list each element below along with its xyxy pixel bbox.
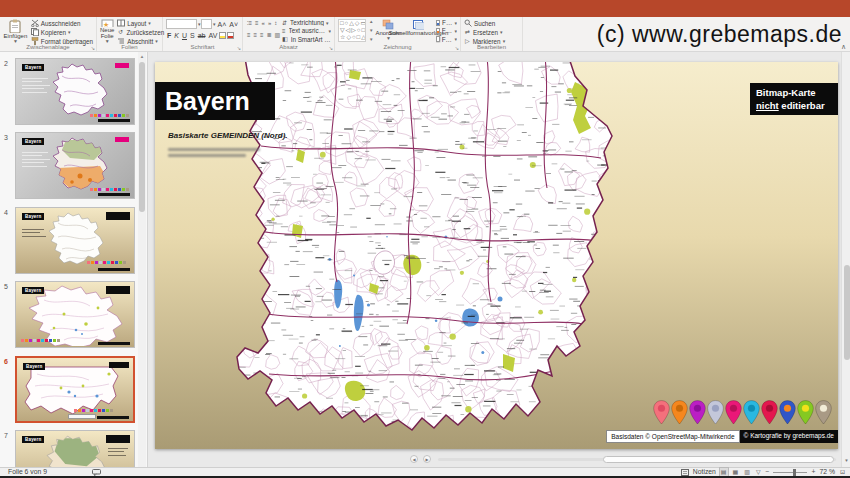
fit-to-window-button[interactable]: ⊡: [839, 468, 846, 476]
font-color-button[interactable]: [227, 32, 234, 39]
copy-icon: [31, 28, 39, 36]
thumb-badge: [115, 63, 129, 68]
italic-button[interactable]: K: [173, 31, 180, 40]
paste-button[interactable]: Einfügen ▼: [3, 19, 28, 43]
scroll-down-icon[interactable]: ▼: [842, 456, 850, 466]
font-name-input[interactable]: [166, 19, 197, 29]
shrink-font-button[interactable]: A˅: [228, 20, 239, 29]
scrollbar-thumb[interactable]: [844, 265, 850, 360]
slide-number: 5: [4, 283, 8, 290]
underline-button[interactable]: U: [181, 31, 188, 40]
normal-view-button[interactable]: ▤: [720, 468, 728, 476]
scroll-up-icon[interactable]: ▲: [138, 52, 146, 61]
shape-outline-button[interactable]: Formkontur▾: [436, 27, 457, 34]
ribbon-group-paragraph: ∶≡ ≡ « » ↕ ≡ ≡ ≡ ≣ ▥ ⇵ Textrichtung▾: [243, 17, 335, 51]
bold-button[interactable]: F: [166, 31, 172, 40]
shadow-button[interactable]: S: [189, 31, 196, 40]
shape-fill-button[interactable]: Fülleffekt▾: [436, 19, 457, 26]
align-left-icon[interactable]: ≡: [246, 31, 252, 39]
shape-effects-button[interactable]: Formeffekte▾: [436, 36, 457, 43]
indent-increase-icon[interactable]: »: [267, 19, 272, 27]
ribbon-group-drawing: □○△◇▭▽◁▷○□☆◇○□△ ▲▼▼ Anordnen ▼ Schnellfo…: [335, 17, 461, 51]
text-direction-button[interactable]: ⇵ Textrichtung▾: [281, 19, 331, 26]
zoom-slider-thumb[interactable]: [793, 469, 796, 476]
horizontal-scrollbar[interactable]: ◀ ▶: [148, 455, 840, 464]
thumb-color-dots: [21, 339, 60, 342]
line-spacing-icon[interactable]: ↕: [273, 19, 278, 27]
scrollbar-thumb[interactable]: [139, 62, 145, 212]
align-right-icon[interactable]: ≡: [259, 31, 265, 39]
reset-button[interactable]: ↺ Zurücksetzen: [117, 28, 164, 36]
gallery-scroll-arrows[interactable]: ▲▼▼: [369, 19, 373, 42]
numbering-icon[interactable]: ≡: [254, 19, 260, 27]
map-pin-icon: [725, 399, 742, 430]
char-spacing-button[interactable]: AV: [207, 31, 218, 40]
collapse-ribbon-icon[interactable]: ∧: [841, 43, 846, 50]
map-pin-icon: [797, 399, 814, 430]
scroll-left-icon[interactable]: ◀: [410, 455, 418, 463]
slideshow-button[interactable]: ▽: [755, 468, 762, 476]
map-pin-icon: [761, 399, 778, 430]
thumb-color-dots: [90, 188, 129, 191]
workspace: 2 Bayern 3: [0, 52, 850, 467]
map-attribution: Basisdaten © OpenStreetMap-Mitwirkende ©…: [606, 430, 838, 443]
cut-button[interactable]: Ausschneiden: [31, 19, 93, 27]
scroll-right-icon[interactable]: ▶: [423, 455, 431, 463]
thumb-color-dots: [74, 409, 113, 412]
reading-view-button[interactable]: ▥: [743, 468, 751, 476]
zoom-in-button[interactable]: +: [811, 468, 815, 476]
indent-decrease-icon[interactable]: «: [261, 19, 266, 27]
thumb-title: Bayern: [22, 287, 44, 294]
dialog-launcher-icon[interactable]: ↘: [329, 45, 333, 51]
zoom-slider[interactable]: [773, 472, 807, 473]
replace-button[interactable]: ⇄ Ersetzen▾: [464, 28, 505, 36]
text-direction-icon: ⇵: [281, 19, 288, 26]
map-pin-icon: [815, 399, 832, 430]
font-size-input[interactable]: [201, 19, 212, 29]
reset-icon: ↺: [117, 28, 124, 36]
thumbnail-scrollbar[interactable]: ▲: [138, 52, 146, 467]
slide-canvas[interactable]: Bayern Basiskarte GEMEINDEN (Nord). Bitm…: [155, 62, 838, 449]
thumb-color-dots: [87, 261, 126, 264]
slide-number: 2: [4, 60, 8, 67]
find-button[interactable]: Suchen: [464, 19, 505, 27]
zoom-level[interactable]: 72 %: [819, 468, 835, 476]
dialog-launcher-icon[interactable]: ↘: [455, 45, 459, 51]
thumb-attribution-bar: [98, 268, 130, 272]
layout-button[interactable]: Layout▾: [117, 19, 164, 27]
zoom-out-button[interactable]: −: [766, 468, 770, 476]
smartart-button[interactable]: ◧ In SmartArt konvertieren: [281, 36, 331, 43]
justify-icon[interactable]: ≣: [266, 31, 273, 39]
slide-number: 4: [4, 209, 8, 216]
thumb-text-lines: [22, 226, 52, 237]
thumb-attribution-bar: [98, 193, 130, 197]
dialog-launcher-icon[interactable]: ↘: [237, 45, 241, 51]
align-text-button[interactable]: ≡ Text ausrichten▾: [281, 27, 331, 34]
ribbon: Einfügen ▼ Ausschneiden Kopieren▾ Format…: [0, 17, 850, 52]
strikethrough-button[interactable]: ab: [197, 31, 207, 40]
slide-sorter-view-button[interactable]: ▦: [732, 468, 740, 476]
copy-button[interactable]: Kopieren▾: [31, 28, 93, 36]
align-center-icon[interactable]: ≡: [253, 31, 259, 39]
vertical-scrollbar[interactable]: ▼: [841, 52, 850, 467]
quick-styles-button[interactable]: Schnellformatvorlagen: [403, 19, 433, 43]
highlight-color-button[interactable]: [219, 32, 226, 39]
bullets-icon[interactable]: ∶≡: [246, 19, 253, 27]
thumb-note-box: [106, 286, 130, 294]
fill-color-icon: [436, 20, 440, 26]
scrollbar-thumb[interactable]: [603, 456, 834, 463]
map-pin-icon: [671, 399, 688, 430]
grow-font-button[interactable]: A˄: [216, 20, 227, 29]
new-slide-button[interactable]: ★ Neue Folie ▼: [100, 19, 114, 43]
thumb-attribution-bar-white: [68, 414, 96, 420]
quick-styles-icon: [412, 19, 424, 30]
dropdown-caret-icon: ▼: [105, 39, 110, 43]
map-pin-icon: [689, 399, 706, 430]
shapes-gallery[interactable]: □○△◇▭▽◁▷○□☆◇○□△: [338, 19, 366, 42]
group-label-clipboard: Zwischenablage: [0, 44, 96, 51]
blurred-text-lines: [168, 148, 260, 160]
notes-button[interactable]: Notizen: [693, 468, 716, 476]
comments-icon[interactable]: [92, 469, 101, 476]
dialog-launcher-icon[interactable]: ↘: [91, 45, 95, 51]
layout-icon: [117, 19, 125, 27]
